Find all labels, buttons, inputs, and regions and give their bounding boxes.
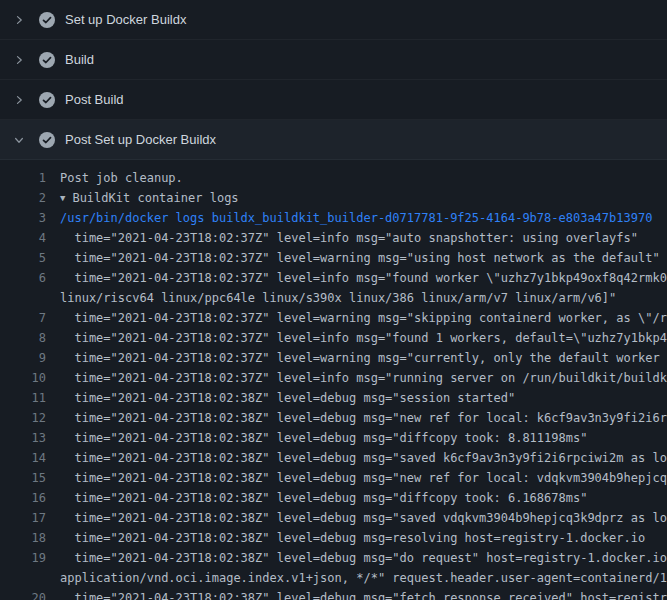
step-title: Post Build (65, 92, 124, 107)
log-line-number: 4 (0, 228, 46, 248)
log-line[interactable]: 11 time="2021-04-23T18:02:38Z" level=deb… (0, 388, 667, 408)
step-header-post-set-up-docker-buildx[interactable]: Post Set up Docker Buildx (0, 120, 667, 160)
log-line[interactable]: 2 ▼BuildKit container logs (0, 188, 667, 208)
step-header-set-up-docker-buildx[interactable]: Set up Docker Buildx (0, 0, 667, 40)
log-line[interactable]: 18 time="2021-04-23T18:02:38Z" level=deb… (0, 528, 667, 548)
log-line-number: 18 (0, 528, 46, 548)
log-line-number: 16 (0, 488, 46, 508)
log-line-number: 2 (0, 188, 46, 208)
check-circle-icon (39, 52, 55, 68)
log-line-text: time="2021-04-23T18:02:38Z" level=debug … (46, 388, 667, 408)
step-title: Post Set up Docker Buildx (65, 132, 216, 147)
log-line[interactable]: 7 time="2021-04-23T18:02:37Z" level=warn… (0, 308, 667, 328)
log-line-text: time="2021-04-23T18:02:38Z" level=debug … (46, 508, 667, 528)
log-line[interactable]: 15 time="2021-04-23T18:02:38Z" level=deb… (0, 468, 667, 488)
check-circle-icon (39, 132, 55, 148)
log-line[interactable]: 12 time="2021-04-23T18:02:38Z" level=deb… (0, 408, 667, 428)
log-line-number: 12 (0, 408, 46, 428)
log-line-text: time="2021-04-23T18:02:37Z" level=info m… (46, 328, 667, 348)
step-title: Build (65, 52, 94, 67)
log-line-number: 1 (0, 168, 46, 188)
log-line-text: linux/riscv64 linux/ppc64le linux/s390x … (46, 288, 667, 308)
step-list: Set up Docker Buildx Build Post Buil (0, 0, 667, 160)
log-line[interactable]: 3 /usr/bin/docker logs buildx_buildkit_b… (0, 208, 667, 228)
log-line[interactable]: 10 time="2021-04-23T18:02:37Z" level=inf… (0, 368, 667, 388)
log-line[interactable]: 20 time="2021-04-23T18:02:38Z" level=deb… (0, 588, 667, 600)
log-line-number: 6 (0, 268, 46, 288)
log-line-number: 19 (0, 548, 46, 568)
log-line[interactable]: 1 Post job cleanup. (0, 168, 667, 188)
log-line-text: time="2021-04-23T18:02:37Z" level=info m… (46, 368, 667, 388)
log-line-number: 9 (0, 348, 46, 368)
log-line[interactable]: 17 time="2021-04-23T18:02:38Z" level=deb… (0, 508, 667, 528)
log-line[interactable]: 6 time="2021-04-23T18:02:37Z" level=info… (0, 268, 667, 288)
check-circle-icon (39, 92, 55, 108)
log-line[interactable]: 9 time="2021-04-23T18:02:37Z" level=warn… (0, 348, 667, 368)
log-line-text: time="2021-04-23T18:02:37Z" level=warnin… (46, 308, 667, 328)
log-line-text: time="2021-04-23T18:02:38Z" level=debug … (46, 468, 667, 488)
log-group-title: BuildKit container logs (72, 191, 238, 205)
log-line-text: time="2021-04-23T18:02:37Z" level=info m… (46, 268, 667, 288)
chevron-down-icon[interactable] (12, 133, 26, 147)
log-line[interactable]: 4 time="2021-04-23T18:02:37Z" level=info… (0, 228, 667, 248)
log-line-text: time="2021-04-23T18:02:38Z" level=debug … (46, 528, 667, 548)
log-line-text: time="2021-04-23T18:02:38Z" level=debug … (46, 428, 667, 448)
log-line[interactable]: 8 time="2021-04-23T18:02:37Z" level=info… (0, 328, 667, 348)
log-line[interactable]: linux/riscv64 linux/ppc64le linux/s390x … (0, 288, 667, 308)
log-line[interactable]: application/vnd.oci.image.index.v1+json,… (0, 568, 667, 588)
log-line-text: Post job cleanup. (46, 168, 667, 188)
log-line[interactable]: 13 time="2021-04-23T18:02:38Z" level=deb… (0, 428, 667, 448)
log-line-number: 14 (0, 448, 46, 468)
log-line[interactable]: 14 time="2021-04-23T18:02:38Z" level=deb… (0, 448, 667, 468)
chevron-right-icon[interactable] (12, 53, 26, 67)
log-line-number: 5 (0, 248, 46, 268)
log-line[interactable]: 16 time="2021-04-23T18:02:38Z" level=deb… (0, 488, 667, 508)
step-title: Set up Docker Buildx (65, 12, 186, 27)
log-line-text: time="2021-04-23T18:02:37Z" level=info m… (46, 228, 667, 248)
log-line-text: time="2021-04-23T18:02:38Z" level=debug … (46, 448, 667, 468)
log-line-text: time="2021-04-23T18:02:37Z" level=warnin… (46, 248, 667, 268)
log-line-number (0, 568, 46, 588)
log-line-number: 10 (0, 368, 46, 388)
log-line-number: 7 (0, 308, 46, 328)
log-line-number: 17 (0, 508, 46, 528)
job-log-viewer: Set up Docker Buildx Build Post Buil (0, 0, 667, 600)
log-line[interactable]: 19 time="2021-04-23T18:02:38Z" level=deb… (0, 548, 667, 568)
log-line-text: time="2021-04-23T18:02:37Z" level=warnin… (46, 348, 667, 368)
step-header-post-build[interactable]: Post Build (0, 80, 667, 120)
log-line-text: /usr/bin/docker logs buildx_buildkit_bui… (46, 208, 667, 228)
log-line-number: 13 (0, 428, 46, 448)
log-line-number: 8 (0, 328, 46, 348)
step-header-build[interactable]: Build (0, 40, 667, 80)
log-line[interactable]: 5 time="2021-04-23T18:02:37Z" level=warn… (0, 248, 667, 268)
log-line-number (0, 288, 46, 308)
log-line-number: 11 (0, 388, 46, 408)
log-line-text: time="2021-04-23T18:02:38Z" level=debug … (46, 408, 667, 428)
log-line-text: time="2021-04-23T18:02:38Z" level=debug … (46, 548, 667, 568)
log-line-text: time="2021-04-23T18:02:38Z" level=debug … (46, 588, 667, 600)
log-line-text: ▼BuildKit container logs (46, 188, 667, 208)
check-circle-icon (39, 12, 55, 28)
log-line-text: application/vnd.oci.image.index.v1+json,… (46, 568, 667, 588)
log-area: 1 Post job cleanup. 2 ▼BuildKit containe… (0, 160, 667, 600)
log-group-toggle-icon[interactable]: ▼ (60, 188, 65, 208)
chevron-right-icon[interactable] (12, 13, 26, 27)
log-line-number: 20 (0, 588, 46, 600)
log-line-number: 3 (0, 208, 46, 228)
log-line-text: time="2021-04-23T18:02:38Z" level=debug … (46, 488, 667, 508)
chevron-right-icon[interactable] (12, 93, 26, 107)
log-line-number: 15 (0, 468, 46, 488)
